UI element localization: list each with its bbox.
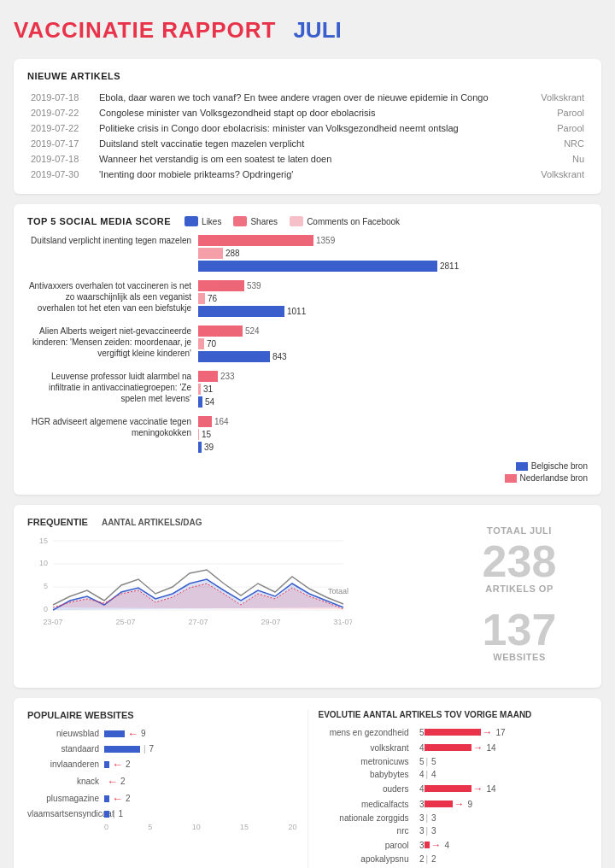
websites-num: 137 [451, 607, 588, 652]
nl2-bar: 15 [198, 429, 199, 440]
evo-site-name: babybytes [319, 770, 413, 779]
evo-row: nationale zorggids3|3 [319, 813, 589, 823]
evo-site-name: nrc [319, 826, 413, 836]
table-row: 2019-07-30'Inenting door mobiele priktea… [27, 167, 588, 182]
bar-row: HGR adviseert algemene vaccinatie tegen … [27, 416, 588, 455]
header: VACCINATIE RAPPORT JULI [14, 14, 601, 47]
svg-text:0: 0 [44, 605, 48, 613]
social-bars: Duitsland verplicht inenting tegen mazel… [27, 235, 588, 483]
report-month: JULI [293, 17, 341, 44]
pop-row: vlaamsartsensyndicaat|1 [27, 809, 297, 818]
be-bar: 39 [198, 442, 202, 453]
evo-site-name: volkskrant [319, 743, 413, 753]
evo-bar-area: |3 [425, 826, 589, 836]
bars-area: 539761011 [198, 280, 588, 319]
evo-bar-area: |2 [425, 854, 589, 864]
be-legend-label: Belgische bron [531, 461, 588, 471]
nl-bar: 233 [198, 371, 218, 382]
freq-title1: FREQUENTIE [27, 517, 88, 527]
evo-row: nrc3|3 [319, 826, 589, 836]
bottom-card: POPULAIRE WEBSITES nieuwsblad←9standaard… [14, 698, 601, 868]
pop-site-name: nieuwsblad [27, 729, 104, 738]
pop-bar-area: |7 [104, 744, 297, 754]
totaal-num: 238 [451, 539, 588, 584]
be-bar: 843 [198, 351, 270, 362]
evo-bar-area: |3 [425, 813, 589, 823]
pop-row: nieuwsblad←9 [27, 727, 297, 740]
legend-comments: Comments on Facebook [290, 216, 400, 226]
evo-row: ouders4→14 [319, 783, 589, 795]
evo-site-name: apokalypsnu [319, 854, 413, 864]
pop-site-name: invlaanderen [27, 760, 104, 769]
shares-color [233, 216, 247, 226]
bar-row: Duitsland verplicht inenting tegen mazel… [27, 235, 588, 273]
evo-row: parool3→4 [319, 839, 589, 851]
evo-row: volkskrant4→14 [319, 742, 589, 754]
evo-bar-area: |4 [425, 770, 589, 779]
legend-shares: Shares [233, 216, 278, 226]
evo-site-name: metronicuws [319, 757, 413, 766]
evo-row: babybytes4|4 [319, 770, 589, 779]
evo-rows: mens en gezondheid5→17volkskrant4→14metr… [319, 726, 589, 864]
be-bar: 54 [198, 396, 202, 408]
bar-label: Leuvense professor luidt alarmbel na inf… [27, 371, 198, 404]
pop-row: plusmagazine←2 [27, 792, 297, 805]
pop-bar-area: ←2 [104, 792, 297, 805]
freq-chart-svg: 0 5 10 15 23-07 25-07 27-07 29-07 31-07 [27, 532, 352, 643]
svg-text:23-07: 23-07 [43, 618, 62, 626]
pop-site-name: plusmagazine [27, 794, 104, 803]
evo-site-name: parool [319, 841, 413, 850]
table-row: 2019-07-22Congolese minister van Volksge… [27, 105, 588, 120]
evo-row: mens en gezondheid5→17 [319, 726, 589, 738]
frequentie-card: FREQUENTIE AANTAL ARTIKELS/DAG 0 5 10 15… [14, 505, 601, 688]
svg-text:25-07: 25-07 [115, 618, 135, 626]
artikels-label: ARTIKELS OP [451, 584, 588, 594]
table-row: 2019-07-17Duitsland stelt vaccinatie teg… [27, 136, 588, 151]
evo-site-name: nationale zorggids [319, 813, 413, 823]
freq-title2: AANTAL ARTIKELS/DAG [102, 518, 202, 527]
evo-row: medicalfacts3→9 [319, 798, 589, 810]
evo-bar-area: →4 [425, 839, 589, 851]
pop-row: standaard|7 [27, 744, 297, 754]
evo-site-name: medicalfacts [319, 800, 413, 809]
svg-text:10: 10 [39, 559, 48, 567]
likes-color [184, 216, 198, 226]
bars-area: 52470843 [198, 326, 588, 364]
bar-row: Antivaxxers overhalen tot vaccineren is … [27, 280, 588, 319]
totaal-box: TOTAAL JULI 238 ARTIKELS OP 137 WEBSITES [451, 517, 588, 676]
freq-chart-area: FREQUENTIE AANTAL ARTIKELS/DAG 0 5 10 15… [27, 517, 437, 676]
evo-title: EVOLUTIE AANTAL ARTIKELS TOV VORIGE MAAN… [319, 710, 589, 719]
pop-bar-area: ←9 [104, 727, 297, 740]
pop-row: invlaanderen←2 [27, 758, 297, 771]
be-bar: 1011 [198, 306, 284, 317]
table-row: 2019-07-22Politieke crisis in Congo door… [27, 120, 588, 136]
comments-color [290, 216, 303, 226]
legend-likes: Likes [184, 216, 221, 226]
svg-text:29-07: 29-07 [261, 618, 280, 626]
nl2-bar: 70 [198, 338, 204, 349]
svg-text:5: 5 [44, 582, 48, 590]
bar-label: Antivaxxers overhalen tot vaccineren is … [27, 280, 198, 314]
evo-site-name: mens en gezondheid [319, 728, 413, 737]
social-header: TOP 5 SOCIAL MEDIA SCORE Likes Shares Co… [27, 216, 588, 226]
pop-site-name: standaard [27, 744, 104, 754]
nl-legend-box [505, 474, 517, 483]
nl-bar: 1359 [198, 235, 313, 246]
totaal-label: TOTAAL JULI [451, 525, 588, 536]
pop-axis: 05101520 [27, 823, 297, 831]
bars-area: 13592882811 [198, 235, 588, 273]
nieuwe-artikels-card: NIEUWE ARTIKELS 2019-07-18Ebola, daar wa… [14, 59, 601, 194]
articles-table: 2019-07-18Ebola, daar waren we toch vana… [27, 90, 588, 182]
pop-rows: nieuwsblad←9standaard|7invlaanderen←2kna… [27, 727, 297, 818]
nieuwe-artikels-title: NIEUWE ARTIKELS [27, 71, 588, 81]
pop-bar-area: ←2 [104, 775, 297, 788]
nl-bar: 164 [198, 416, 212, 427]
svg-text:31-07: 31-07 [333, 618, 352, 626]
freq-header: FREQUENTIE AANTAL ARTIKELS/DAG [27, 517, 437, 527]
evo-row: metronicuws5|5 [319, 757, 589, 766]
evo-right: EVOLUTIE AANTAL ARTIKELS TOV VORIGE MAAN… [308, 710, 589, 868]
bottom-flex: POPULAIRE WEBSITES nieuwsblad←9standaard… [27, 710, 588, 868]
bar-row: Alien Alberts weigert niet-gevaccineerde… [27, 326, 588, 364]
svg-text:15: 15 [39, 537, 48, 545]
evo-bar-area: →9 [425, 798, 589, 810]
